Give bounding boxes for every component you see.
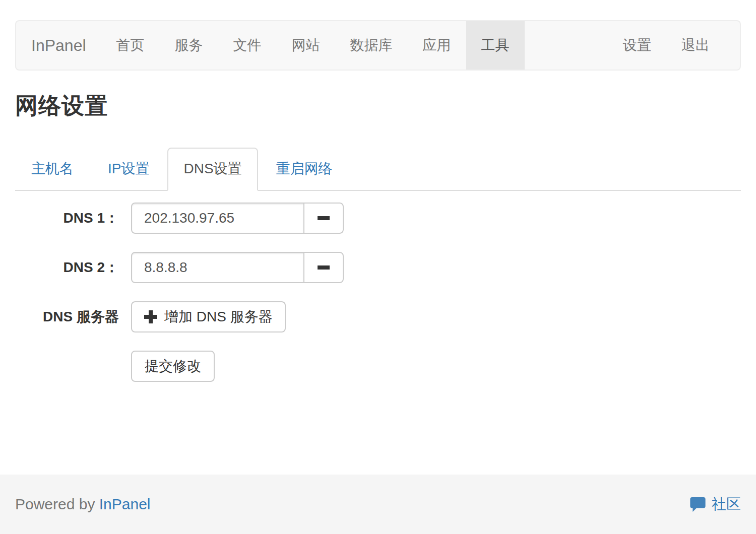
- nav-item-apps[interactable]: 应用: [408, 21, 466, 70]
- footer-inner: Powered by InPanel 社区: [0, 475, 756, 534]
- navbar-right: 设置 退出: [608, 21, 725, 70]
- powered-by: Powered by InPanel: [15, 496, 151, 513]
- dns2-remove-button[interactable]: [303, 252, 344, 283]
- dns-server-label: DNS 服务器: [15, 307, 131, 326]
- navbar: InPanel 首页 服务 文件 网站 数据库 应用 工具 设置 退出: [15, 20, 741, 71]
- dns-settings-form: DNS 1： DNS 2： DNS 服务器: [15, 203, 344, 400]
- nav-item-home[interactable]: 首页: [101, 21, 160, 70]
- chat-bubble-icon: [690, 497, 706, 512]
- page-title: 网络设置: [15, 91, 108, 121]
- dns1-label: DNS 1：: [15, 209, 131, 228]
- minus-icon: [318, 265, 330, 270]
- powered-by-text: Powered by: [15, 496, 99, 512]
- tab-dns-settings[interactable]: DNS设置: [167, 148, 258, 191]
- footer-brand-link[interactable]: InPanel: [99, 496, 151, 512]
- tab-restart-network[interactable]: 重启网络: [260, 148, 349, 190]
- submit-row: 提交修改: [15, 351, 344, 382]
- nav-item-tools[interactable]: 工具: [466, 21, 525, 70]
- nav-item-settings[interactable]: 设置: [608, 21, 666, 70]
- dns2-row: DNS 2：: [15, 252, 344, 283]
- tab-hostname[interactable]: 主机名: [15, 148, 90, 190]
- dns1-input-group: [131, 203, 344, 234]
- nav-item-databases[interactable]: 数据库: [335, 21, 408, 70]
- plus-icon: [144, 310, 157, 323]
- nav-item-websites[interactable]: 网站: [277, 21, 335, 70]
- submit-button-label: 提交修改: [145, 357, 201, 376]
- dns-server-row: DNS 服务器 增加 DNS 服务器: [15, 301, 344, 332]
- community-label: 社区: [712, 494, 741, 514]
- minus-icon: [318, 216, 330, 221]
- dns2-input-group: [131, 252, 344, 283]
- submit-button[interactable]: 提交修改: [131, 351, 215, 382]
- navbar-menu: 首页 服务 文件 网站 数据库 应用 工具: [101, 21, 525, 70]
- nav-item-files[interactable]: 文件: [218, 21, 277, 70]
- tab-bar: 主机名 IP设置 DNS设置 重启网络: [15, 148, 741, 191]
- dns2-input[interactable]: [131, 252, 304, 283]
- footer: Powered by InPanel 社区: [0, 475, 756, 534]
- brand-link[interactable]: InPanel: [16, 21, 101, 70]
- dns2-label: DNS 2：: [15, 258, 131, 277]
- nav-item-logout[interactable]: 退出: [666, 21, 725, 70]
- dns1-input[interactable]: [131, 203, 304, 234]
- dns1-remove-button[interactable]: [303, 203, 344, 234]
- add-dns-server-label: 增加 DNS 服务器: [164, 307, 273, 326]
- community-link[interactable]: 社区: [690, 494, 741, 514]
- dns1-row: DNS 1：: [15, 203, 344, 234]
- tab-ip-settings[interactable]: IP设置: [92, 148, 165, 190]
- nav-item-services[interactable]: 服务: [160, 21, 218, 70]
- add-dns-server-button[interactable]: 增加 DNS 服务器: [131, 301, 286, 332]
